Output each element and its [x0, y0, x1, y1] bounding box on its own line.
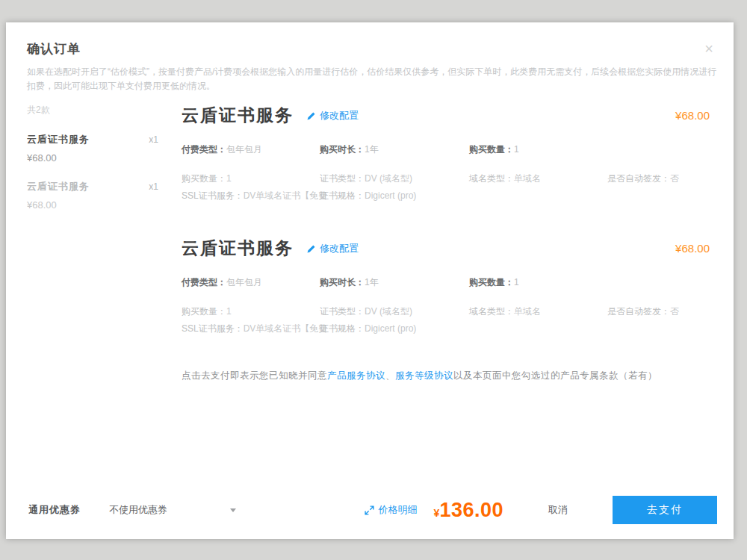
field-auto-issue: 是否自动签发：否 [607, 172, 713, 185]
field-cert-spec: 证书规格：Digicert (pro) [320, 190, 713, 202]
item-quantity: x1 [149, 134, 158, 145]
field-ssl-service: SSL证书服务：DV单域名证书【免费 [182, 323, 320, 335]
modify-config-link[interactable]: 修改配置 [307, 109, 359, 122]
product-block-2: 云盾证书服务 修改配置 ¥68.00 付费类型：包年包月 购买时长：1年 购买数… [182, 237, 713, 335]
product-price: ¥68.00 [675, 242, 710, 255]
field-duration: 购买时长：1年 [320, 276, 469, 289]
agreement-prefix: 点击去支付即表示您已知晓并同意 [182, 370, 327, 381]
modify-config-label: 修改配置 [320, 242, 359, 255]
product-service-agreement-link[interactable]: 产品服务协议 [327, 370, 385, 381]
product-price: ¥68.00 [675, 109, 710, 122]
field-cert-spec: 证书规格：Digicert (pro) [320, 323, 713, 335]
chevron-down-icon [230, 508, 236, 512]
product-fields-row: SSL证书服务：DV单域名证书【免费 证书规格：Digicert (pro) [182, 323, 713, 335]
field-cert-type: 证书类型：DV (域名型) [320, 172, 469, 185]
field-buy-quantity: 购买数量：1 [182, 172, 320, 185]
field-quantity: 购买数量：1 [469, 276, 607, 289]
field-domain-type: 域名类型：单域名 [469, 305, 607, 318]
expand-icon [365, 505, 374, 515]
field-ssl-service: SSL证书服务：DV单域名证书【免费 [182, 190, 320, 202]
field-quantity: 购买数量：1 [469, 143, 607, 156]
confirm-order-dialog: × 确认订单 如果在选配时开启了“估价模式”，按量付费产品/计费项会根据您输入的… [6, 22, 734, 539]
pencil-icon [307, 111, 316, 120]
product-fields-row: 购买数量：1 证书类型：DV (域名型) 域名类型：单域名 是否自动签发：否 [182, 172, 713, 185]
price-detail-toggle[interactable]: 价格明细 [365, 503, 418, 517]
close-icon[interactable]: × [701, 40, 717, 57]
page-title: 确认订单 [27, 40, 713, 57]
field-auto-issue: 是否自动签发：否 [607, 305, 713, 318]
field-duration: 购买时长：1年 [320, 143, 469, 156]
product-block-1: 云盾证书服务 修改配置 ¥68.00 付费类型：包年包月 购买时长：1年 购买数… [182, 104, 713, 202]
product-fields-row: SSL证书服务：DV单域名证书【免费 证书规格：Digicert (pro) [182, 190, 713, 202]
total-amount: 136.00 [439, 499, 503, 521]
product-fields-row: 购买数量：1 证书类型：DV (域名型) 域名类型：单域名 是否自动签发：否 [182, 305, 713, 318]
sla-agreement-link[interactable]: 服务等级协议 [395, 370, 453, 381]
field-cert-type: 证书类型：DV (域名型) [320, 305, 469, 318]
price-detail-label: 价格明细 [379, 503, 418, 517]
sidebar-item-cert-1[interactable]: 云盾证书服务 x1 ¥68.00 [27, 133, 163, 164]
pay-button[interactable]: 去支付 [613, 496, 717, 524]
order-content: 共2款 云盾证书服务 x1 ¥68.00 云盾证书服务 x1 ¥68.00 [27, 104, 713, 382]
pencil-icon [307, 244, 316, 253]
agreement-line: 点击去支付即表示您已知晓并同意产品服务协议、服务等级协议以及本页面中您勾选过的产… [182, 370, 713, 382]
field-domain-type: 域名类型：单域名 [469, 172, 607, 185]
items-count-label: 共2款 [27, 104, 163, 116]
item-quantity: x1 [149, 181, 158, 192]
cancel-button[interactable]: 取消 [548, 503, 568, 517]
item-name: 云盾证书服务 [27, 180, 90, 193]
item-price: ¥68.00 [27, 199, 163, 211]
checkout-footer: 通用优惠券 不使用优惠券 价格明细 ¥136.00 取消 去支付 [6, 485, 734, 539]
product-title: 云盾证书服务 [182, 237, 294, 260]
order-description: 如果在选配时开启了“估价模式”，按量付费产品/计费项会根据您输入的用量进行估价，… [27, 65, 722, 93]
item-price: ¥68.00 [27, 152, 163, 164]
agreement-separator: 、 [385, 370, 395, 381]
order-detail-main: 云盾证书服务 修改配置 ¥68.00 付费类型：包年包月 购买时长：1年 购买数… [163, 104, 713, 382]
coupon-selected-value: 不使用优惠券 [109, 503, 167, 517]
item-name: 云盾证书服务 [27, 133, 90, 146]
agreement-suffix: 以及本页面中您勾选过的产品专属条款（若有） [453, 370, 657, 381]
modify-config-link[interactable]: 修改配置 [307, 242, 359, 255]
order-total: ¥136.00 [434, 499, 503, 522]
field-buy-quantity: 购买数量：1 [182, 305, 320, 318]
field-payment-type: 付费类型：包年包月 [182, 276, 320, 289]
coupon-select[interactable]: 不使用优惠券 [109, 503, 236, 517]
product-title: 云盾证书服务 [182, 104, 294, 127]
product-fields-row: 付费类型：包年包月 购买时长：1年 购买数量：1 [182, 276, 713, 289]
order-items-sidebar: 共2款 云盾证书服务 x1 ¥68.00 云盾证书服务 x1 ¥68.00 [27, 104, 163, 382]
sidebar-item-cert-2[interactable]: 云盾证书服务 x1 ¥68.00 [27, 180, 163, 211]
field-payment-type: 付费类型：包年包月 [182, 143, 320, 156]
product-fields-row: 付费类型：包年包月 购买时长：1年 购买数量：1 [182, 143, 713, 156]
coupon-label: 通用优惠券 [28, 503, 81, 517]
modify-config-label: 修改配置 [320, 109, 359, 122]
